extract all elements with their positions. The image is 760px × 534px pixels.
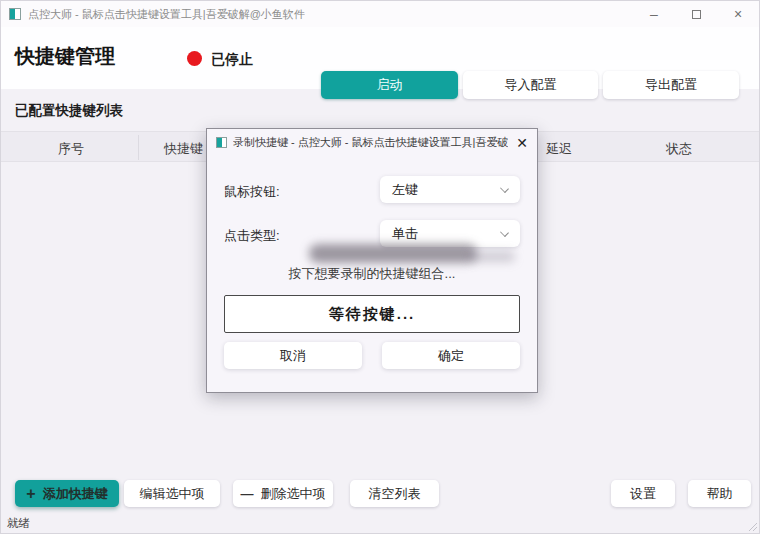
- column-header-seq: 序号: [1, 140, 141, 158]
- cancel-button[interactable]: 取消: [224, 342, 362, 369]
- record-hint-text: 按下想要录制的快捷键组合...: [207, 265, 537, 283]
- click-type-label: 点击类型:: [224, 227, 280, 245]
- mouse-button-value: 左键: [392, 181, 418, 199]
- settings-button[interactable]: 设置: [611, 480, 675, 507]
- list-section-title: 已配置快捷键列表: [15, 102, 123, 120]
- plus-icon: +: [26, 486, 35, 502]
- maximize-icon: [692, 10, 701, 19]
- close-icon: ×: [734, 6, 742, 22]
- column-header-delay: 延迟: [546, 140, 572, 158]
- header: 快捷键管理 已停止 启动 导入配置 导出配置: [1, 27, 759, 89]
- resize-grip[interactable]: [747, 521, 757, 531]
- censor-blur: [469, 251, 515, 262]
- status-dot-icon: [187, 51, 202, 66]
- start-button[interactable]: 启动: [321, 71, 458, 99]
- dialog-title: 录制快捷键 - 点控大师 - 鼠标点击快捷键设置工具|吾爱破解@...: [233, 135, 508, 150]
- chevron-down-icon: [500, 184, 509, 193]
- censor-blur: [309, 244, 477, 263]
- column-header-status: 状态: [666, 140, 692, 158]
- record-hotkey-dialog: 录制快捷键 - 点控大师 - 鼠标点击快捷键设置工具|吾爱破解@... ✕ 鼠标…: [206, 128, 538, 393]
- status-bar-text: 就绪: [7, 516, 30, 531]
- dialog-title-bar: 录制快捷键 - 点控大师 - 鼠标点击快捷键设置工具|吾爱破解@... ✕: [207, 129, 537, 156]
- window-controls: – ×: [633, 1, 759, 27]
- add-hotkey-label: 添加快捷键: [43, 485, 108, 503]
- window-title: 点控大师 - 鼠标点击快捷键设置工具|吾爱破解@小鱼软件: [28, 7, 305, 22]
- click-type-select[interactable]: 单击: [380, 220, 520, 247]
- app-icon: [9, 8, 21, 20]
- wait-for-key-box[interactable]: 等待按键...: [224, 295, 520, 333]
- app-window: 点控大师 - 鼠标点击快捷键设置工具|吾爱破解@小鱼软件 – × 快捷键管理 已…: [0, 0, 760, 534]
- export-config-button[interactable]: 导出配置: [603, 71, 739, 99]
- column-header-hotkey: 快捷键: [164, 140, 203, 158]
- ok-button[interactable]: 确定: [382, 342, 520, 369]
- edit-selected-button[interactable]: 编辑选中项: [124, 480, 220, 507]
- maximize-button[interactable]: [675, 1, 717, 27]
- click-type-value: 单击: [392, 225, 418, 243]
- dialog-close-icon: ✕: [516, 135, 528, 151]
- mouse-button-select[interactable]: 左键: [380, 176, 520, 203]
- close-button[interactable]: ×: [717, 1, 759, 27]
- help-button[interactable]: 帮助: [688, 480, 751, 507]
- delete-selected-label: 删除选中项: [261, 485, 326, 503]
- add-hotkey-button[interactable]: + 添加快捷键: [15, 480, 119, 507]
- clear-list-button[interactable]: 清空列表: [350, 480, 439, 507]
- minimize-button[interactable]: –: [633, 1, 675, 27]
- delete-selected-button[interactable]: — 删除选中项: [233, 480, 333, 507]
- import-config-button[interactable]: 导入配置: [463, 71, 598, 99]
- mouse-button-label: 鼠标按钮:: [224, 183, 280, 201]
- wait-for-key-text: 等待按键...: [329, 305, 416, 324]
- dialog-close-button[interactable]: ✕: [508, 135, 528, 151]
- minus-icon: —: [241, 487, 254, 500]
- status-text: 已停止: [211, 51, 253, 69]
- chevron-down-icon: [500, 228, 509, 237]
- minimize-icon: –: [650, 6, 658, 22]
- dialog-app-icon: [216, 137, 227, 148]
- page-title: 快捷键管理: [15, 43, 115, 70]
- column-divider: [138, 135, 139, 160]
